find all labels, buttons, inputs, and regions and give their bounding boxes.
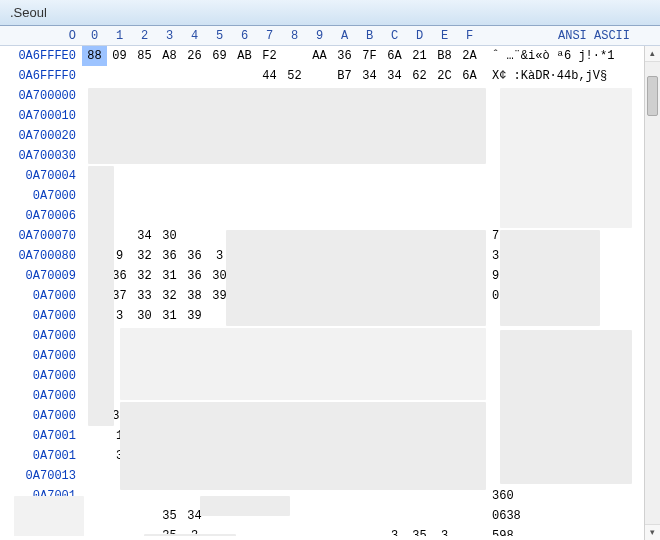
hex-cell[interactable]: 44 [257,66,282,86]
hex-cell[interactable]: 30 [132,306,157,326]
hex-cell[interactable]: 52 [282,66,307,86]
hex-cell[interactable]: 31 [157,306,182,326]
row-hex-area[interactable] [82,166,482,186]
header-hex-col[interactable]: C [382,29,407,43]
hex-cell[interactable]: 36 [182,266,207,286]
hex-cell[interactable]: A8 [157,46,182,66]
hex-cell[interactable]: F2 [257,46,282,66]
header-hex-col[interactable]: 0 [82,29,107,43]
hex-cell[interactable]: 32 [157,286,182,306]
vertical-scrollbar[interactable]: ▴ ▾ [644,46,660,540]
obscure-block [500,230,600,326]
header-hex-col[interactable]: 7 [257,29,282,43]
row-offset: 0A700010 [0,106,82,126]
header-hex-col[interactable]: 1 [107,29,132,43]
header-hex-col[interactable]: D [407,29,432,43]
hex-cell[interactable]: 31 [157,266,182,286]
obscure-block [200,496,290,516]
header-hex-col[interactable]: 9 [307,29,332,43]
row-offset: 0A7000 [0,286,82,306]
row-hex-area[interactable]: 4452B73434622C6A [82,66,482,86]
header-hex-col[interactable]: 8 [282,29,307,43]
hex-cell[interactable]: 2A [457,46,482,66]
hex-cell[interactable]: 36 [182,246,207,266]
hex-cell[interactable]: 09 [107,46,132,66]
hex-viewport[interactable]: 0A6FFFE0880985A82669ABF2AA367F6A21B82Aˆ … [0,46,660,536]
header-hex-col[interactable]: 2 [132,29,157,43]
hex-cell[interactable]: 6A [457,66,482,86]
hex-cell[interactable]: 39 [182,306,207,326]
hex-header-row: O 0123456789ABCDEF ANSI ASCII [0,26,660,46]
hex-cell[interactable]: 33 [132,286,157,306]
hex-cell[interactable]: 7F [357,46,382,66]
hex-row: 0A6FFFE0880985A82669ABF2AA367F6A21B82Aˆ … [0,46,660,66]
hex-cell[interactable]: AB [232,46,257,66]
hex-cell[interactable]: 36 [157,246,182,266]
obscure-block [120,402,486,490]
hex-cell[interactable]: 32 [132,246,157,266]
hex-cell[interactable]: 36 [332,46,357,66]
hex-cell[interactable]: 62 [407,66,432,86]
hex-cell[interactable]: 3 [432,526,457,536]
scroll-down-icon[interactable]: ▾ [645,524,660,540]
header-hex-col[interactable]: F [457,29,482,43]
hex-cell[interactable]: 34 [382,66,407,86]
header-hex-col[interactable]: 6 [232,29,257,43]
window-titlebar: .Seoul [0,0,660,26]
hex-cell[interactable]: 34 [357,66,382,86]
hex-row: 3533353598 [0,526,660,536]
row-ascii[interactable]: X¢ :KàDR·44b,jV§ [482,66,660,86]
row-offset: 0A7000 [0,406,82,426]
row-offset: 0A70006 [0,206,82,226]
row-offset: 0A6FFFE0 [0,46,82,66]
row-hex-area[interactable]: 3533353 [82,526,482,536]
hex-cell[interactable]: 6A [382,46,407,66]
hex-cell[interactable]: 32 [132,266,157,286]
row-offset: 0A7000 [0,386,82,406]
hex-cell[interactable]: 30 [157,226,182,246]
header-hex-col[interactable]: A [332,29,357,43]
header-hex-col[interactable]: E [432,29,457,43]
hex-cell[interactable]: 21 [407,46,432,66]
hex-cell[interactable]: 69 [207,46,232,66]
hex-cell[interactable]: 85 [132,46,157,66]
header-hex-col[interactable]: 4 [182,29,207,43]
row-offset: 0A700080 [0,246,82,266]
obscure-block [226,230,486,326]
hex-cell[interactable]: B7 [332,66,357,86]
row-offset: 0A7001 [0,446,82,466]
hex-cell[interactable]: 26 [182,46,207,66]
row-ascii[interactable]: 598 [482,526,660,536]
hex-cell[interactable]: 35 [157,506,182,526]
hex-cell[interactable]: 34 [132,226,157,246]
hex-cell[interactable]: AA [307,46,332,66]
hex-cell[interactable]: 2C [432,66,457,86]
header-hex-cols: 0123456789ABCDEF [82,26,482,45]
row-ascii[interactable]: ˆ …¨&i«ò ª6 j!·*1 [482,46,660,66]
row-offset: 0A7000 [0,186,82,206]
obscure-block [88,88,486,164]
scroll-up-icon[interactable]: ▴ [645,46,660,62]
row-hex-area[interactable] [82,186,482,206]
header-hex-col[interactable]: B [357,29,382,43]
hex-cell[interactable]: 3 [382,526,407,536]
row-offset: 0A70013 [0,466,82,486]
row-offset: 0A70004 [0,166,82,186]
header-hex-col[interactable]: 3 [157,29,182,43]
row-offset: 0A7000 [0,346,82,366]
scroll-thumb[interactable] [647,76,658,116]
hex-cell[interactable]: B8 [432,46,457,66]
row-hex-area[interactable]: 880985A82669ABF2AA367F6A21B82A [82,46,482,66]
row-ascii[interactable]: 360 [482,486,660,506]
row-offset: 0A700070 [0,226,82,246]
row-ascii[interactable]: 0638 [482,506,660,526]
hex-row: 035340638 [0,506,660,526]
row-offset: 0A700030 [0,146,82,166]
hex-cell[interactable]: 88 [82,46,107,66]
row-hex-area[interactable] [82,206,482,226]
header-ascii-label: ANSI ASCII [482,26,660,45]
row-offset: 0A6FFFF0 [0,66,82,86]
hex-cell[interactable]: 38 [182,286,207,306]
hex-cell[interactable]: 35 [407,526,432,536]
header-hex-col[interactable]: 5 [207,29,232,43]
